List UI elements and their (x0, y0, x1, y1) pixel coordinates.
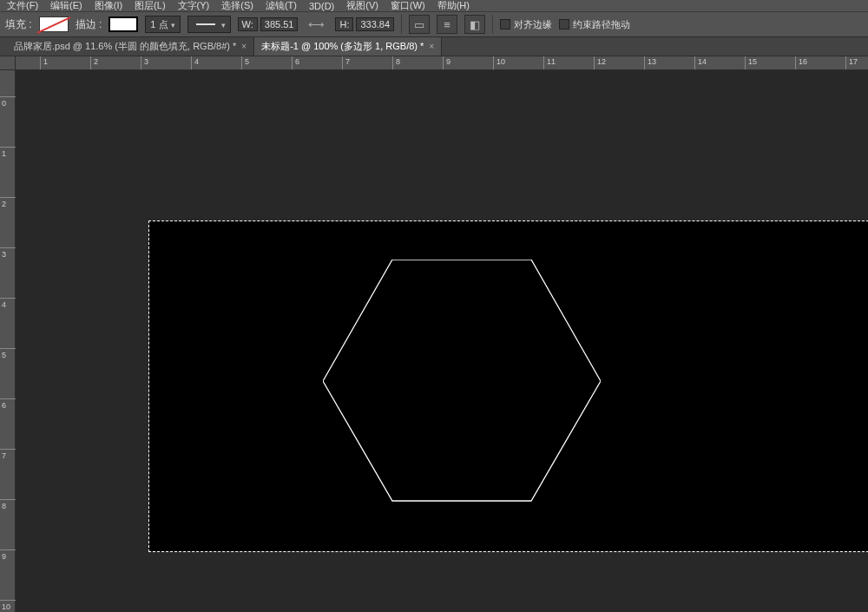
tab-label: 未标题-1 @ 100% (多边形 1, RGB/8) * (261, 40, 424, 53)
menu-layer[interactable]: 图层(L) (135, 0, 165, 11)
width-label: W: (238, 17, 258, 31)
polygon-shape[interactable] (323, 260, 601, 503)
fill-label: 填充 : (5, 17, 32, 32)
svg-marker-0 (323, 260, 601, 501)
checkbox-icon (559, 19, 569, 30)
constrain-path-checkbox[interactable]: 约束路径拖动 (559, 18, 630, 31)
solid-line-icon (196, 23, 215, 25)
checkbox-icon (500, 19, 510, 30)
stroke-swatch[interactable] (108, 16, 138, 32)
constrain-label: 约束路径拖动 (573, 18, 630, 31)
stroke-weight-value: 1 点 (150, 18, 168, 31)
menu-type[interactable]: 文字(Y) (178, 0, 210, 11)
align-edges-label: 对齐边缘 (514, 18, 552, 31)
fill-swatch[interactable] (39, 16, 69, 32)
menu-view[interactable]: 视图(V) (346, 0, 378, 11)
menu-bar: 文件(F) 编辑(E) 图像(I) 图层(L) 文字(Y) 选择(S) 滤镜(T… (0, 0, 868, 11)
tab-label: 品牌家居.psd @ 11.6% (半圆 的颜色填充, RGB/8#) * (14, 40, 236, 53)
path-align-button[interactable]: ≡ (437, 15, 457, 34)
link-wh-icon[interactable]: ⟷ (305, 18, 328, 31)
menu-filter[interactable]: 滤镜(T) (266, 0, 297, 11)
menu-image[interactable]: 图像(I) (95, 0, 122, 11)
tab-document-1[interactable]: 品牌家居.psd @ 11.6% (半圆 的颜色填充, RGB/8#) * × (7, 37, 254, 56)
stroke-label: 描边 : (76, 17, 102, 32)
options-bar: 填充 : 描边 : 1 点 W: 385.51 ⟷ H: 333.84 ▭ ≡ … (0, 11, 868, 37)
stroke-weight-dropdown[interactable]: 1 点 (145, 16, 180, 33)
menu-window[interactable]: 窗口(W) (391, 0, 425, 11)
menu-select[interactable]: 选择(S) (221, 0, 253, 11)
close-icon[interactable]: × (429, 42, 434, 51)
vertical-ruler[interactable]: 012345678910 (0, 70, 16, 612)
chevron-down-icon (221, 19, 226, 30)
height-label: H: (335, 17, 353, 31)
menu-3d[interactable]: 3D(D) (309, 1, 334, 11)
path-operations-button[interactable]: ▭ (409, 15, 430, 34)
ruler-origin[interactable] (0, 56, 16, 70)
separator (401, 15, 402, 34)
close-icon[interactable]: × (241, 42, 247, 51)
stroke-style-dropdown[interactable] (187, 16, 231, 33)
document-tabs: 品牌家居.psd @ 11.6% (半圆 的颜色填充, RGB/8#) * × … (0, 37, 868, 56)
menu-edit[interactable]: 编辑(E) (50, 0, 82, 11)
menu-file[interactable]: 文件(F) (7, 0, 38, 11)
horizontal-ruler[interactable]: 01234567891011121314151617 (16, 56, 868, 70)
path-arrange-button[interactable]: ◧ (464, 15, 485, 34)
tab-document-2[interactable]: 未标题-1 @ 100% (多边形 1, RGB/8) * × (254, 37, 442, 56)
height-input[interactable]: 333.84 (356, 17, 394, 31)
menu-help[interactable]: 帮助(H) (437, 0, 470, 11)
canvas-area[interactable] (16, 70, 868, 612)
separator (492, 15, 493, 34)
chevron-down-icon (171, 19, 175, 30)
align-edges-checkbox[interactable]: 对齐边缘 (500, 18, 552, 31)
width-input[interactable]: 385.51 (260, 17, 299, 31)
